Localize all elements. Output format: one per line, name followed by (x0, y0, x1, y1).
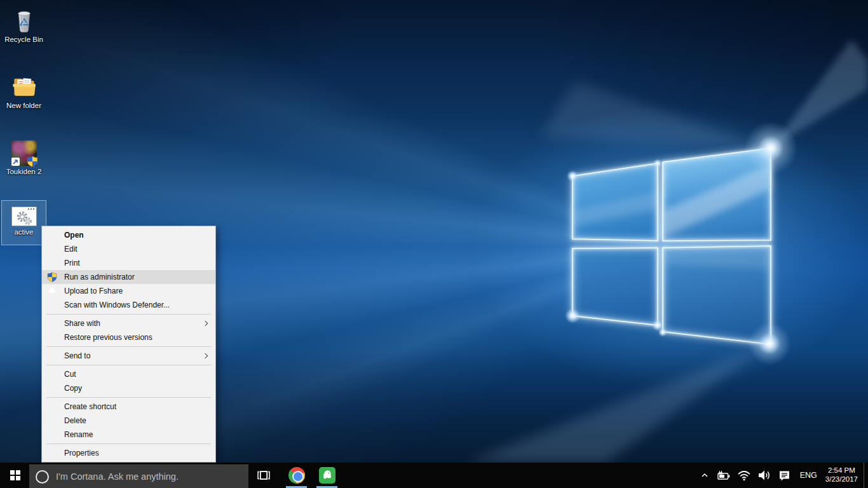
fshare-cloud-icon (47, 286, 57, 296)
menu-item-rename[interactable]: Rename (42, 428, 215, 442)
icon-label: active (2, 228, 46, 236)
menu-item-run-as-administrator[interactable]: Run as administrator (42, 270, 215, 284)
menu-item-restore-previous-versions[interactable]: Restore previous versions (42, 330, 215, 344)
search-input[interactable] (56, 471, 240, 482)
desktop-icon-active[interactable]: active (1, 200, 46, 245)
uac-shield-icon (27, 156, 38, 167)
desktop-icon-toukiden-2[interactable]: Toukiden 2 (1, 136, 46, 177)
language-indicator[interactable]: ENG (794, 463, 823, 488)
menu-separator (46, 314, 211, 315)
speaker-icon (757, 469, 771, 482)
icon-label: Toukiden 2 (2, 168, 46, 176)
shortcut-arrow-icon (11, 158, 20, 166)
menu-item-cut[interactable]: Cut (42, 367, 215, 381)
clock-time: 2:54 PM (825, 466, 858, 475)
recycle-bin-icon (2, 4, 46, 34)
evernote-icon (319, 467, 336, 484)
context-menu: Open Edit Print Run as administrator Upl… (41, 226, 216, 463)
cortana-ring-icon (36, 470, 49, 484)
network-status-button[interactable] (734, 463, 754, 488)
submenu-chevron-icon (203, 321, 208, 326)
show-desktop-button[interactable] (864, 463, 868, 488)
menu-separator (46, 346, 211, 347)
app-window-gears-icon (11, 207, 37, 226)
game-shortcut-icon (11, 140, 37, 166)
task-view-icon (257, 468, 271, 482)
desktop-icon-new-folder[interactable]: New folder (1, 70, 46, 111)
task-view-button[interactable] (253, 463, 275, 488)
submenu-chevron-icon (203, 353, 208, 358)
windows-desktop: Recycle Bin New folder (0, 0, 868, 488)
menu-item-delete[interactable]: Delete (42, 414, 215, 428)
menu-item-scan-with-windows-defender[interactable]: Scan with Windows Defender... (42, 298, 215, 312)
clock-date: 3/23/2017 (825, 475, 858, 484)
menu-item-copy[interactable]: Copy (42, 381, 215, 395)
start-button[interactable] (0, 463, 31, 488)
menu-item-create-shortcut[interactable]: Create shortcut (42, 400, 215, 414)
menu-item-edit[interactable]: Edit (42, 242, 215, 256)
cortana-search-box[interactable] (29, 464, 248, 488)
volume-button[interactable] (754, 463, 775, 488)
menu-separator (46, 365, 211, 365)
menu-item-print[interactable]: Print (42, 256, 215, 270)
battery-charging-icon (716, 469, 731, 482)
menu-item-share-with[interactable]: Share with (42, 316, 215, 330)
clock[interactable]: 2:54 PM 3/23/2017 (823, 463, 864, 488)
taskbar: ENG 2:54 PM 3/23/2017 (0, 463, 868, 488)
chrome-icon (288, 467, 305, 484)
show-hidden-icons-button[interactable] (696, 463, 713, 488)
icon-label: Recycle Bin (2, 36, 46, 44)
taskbar-app-chrome[interactable] (286, 463, 307, 488)
menu-item-upload-to-fshare[interactable]: Upload to Fshare (42, 284, 215, 298)
action-center-button[interactable] (775, 463, 794, 488)
menu-item-open[interactable]: Open (42, 228, 215, 242)
action-center-icon (778, 469, 791, 482)
uac-shield-icon (47, 272, 57, 282)
system-tray: ENG 2:54 PM 3/23/2017 (696, 463, 868, 488)
menu-separator (46, 444, 211, 444)
menu-separator (46, 397, 211, 398)
icon-label: New folder (2, 102, 46, 110)
desktop-icon-recycle-bin[interactable]: Recycle Bin (1, 4, 46, 44)
battery-status-button[interactable] (713, 463, 734, 488)
wifi-icon (737, 469, 751, 482)
menu-item-properties[interactable]: Properties (42, 446, 215, 460)
chevron-up-icon (700, 470, 710, 480)
folder-icon (2, 71, 46, 100)
taskbar-app-evernote[interactable] (316, 463, 337, 488)
menu-item-send-to[interactable]: Send to (42, 349, 215, 363)
windows-start-icon (10, 470, 20, 480)
